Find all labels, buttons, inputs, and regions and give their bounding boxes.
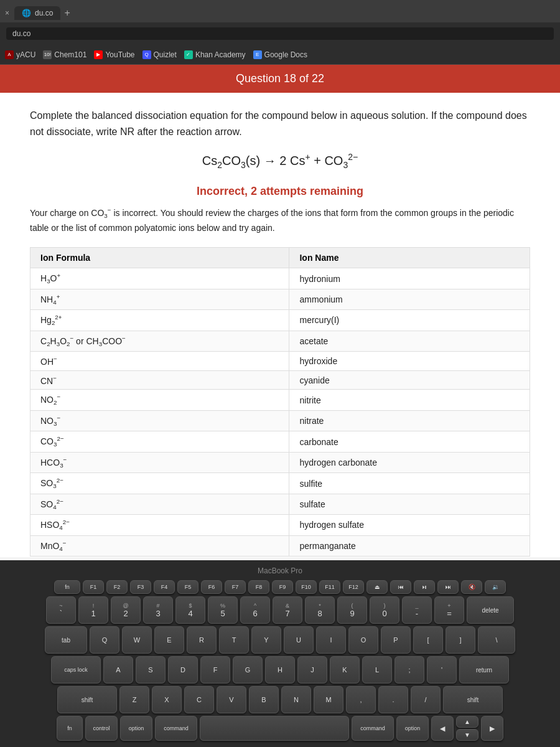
key-d[interactable]: D <box>168 656 198 684</box>
key-f8[interactable]: F8 <box>248 580 269 594</box>
key-f9[interactable]: F9 <box>272 580 293 594</box>
key-f5[interactable]: F5 <box>177 580 198 594</box>
key-a[interactable]: A <box>103 656 133 684</box>
url-input[interactable]: du.co <box>6 27 554 40</box>
key-vol-down[interactable]: 🔉 <box>485 580 506 594</box>
key-semicolon[interactable]: ; <box>394 656 424 684</box>
col-formula: Ion Formula <box>30 248 289 268</box>
key-1[interactable]: !1 <box>78 596 108 624</box>
key-f7[interactable]: F7 <box>225 580 246 594</box>
key-8[interactable]: *8 <box>305 596 335 624</box>
key-k[interactable]: K <box>330 656 360 684</box>
key-f3[interactable]: F3 <box>130 580 151 594</box>
key-arrow-down[interactable]: ▼ <box>456 729 478 741</box>
bookmark-gdocs[interactable]: E Google Docs <box>253 50 307 59</box>
key-b[interactable]: B <box>249 686 279 713</box>
key-f[interactable]: F <box>200 656 230 684</box>
key-shift-right[interactable]: shift <box>443 686 503 713</box>
key-0[interactable]: )0 <box>370 596 399 624</box>
key-backtick[interactable]: ~` <box>46 596 76 624</box>
key-tab[interactable]: tab <box>45 626 87 654</box>
key-c[interactable]: C <box>184 686 214 713</box>
name-cell: carbonate <box>289 431 530 452</box>
key-m[interactable]: M <box>314 686 343 713</box>
key-rbracket[interactable]: ] <box>446 626 475 654</box>
key-capslock[interactable]: caps lock <box>51 656 101 684</box>
key-u[interactable]: U <box>284 626 314 654</box>
key-command-left[interactable]: command <box>155 716 197 741</box>
key-arrow-right[interactable]: ▶ <box>481 716 503 741</box>
key-fn2[interactable]: fn <box>57 716 83 741</box>
key-e[interactable]: E <box>154 626 184 654</box>
key-equals[interactable]: += <box>434 596 464 624</box>
formula-cell: NO3− <box>30 410 289 431</box>
bookmark-khan[interactable]: ✓ Khan Academy <box>184 50 246 59</box>
key-5[interactable]: %5 <box>208 596 238 624</box>
key-fwd[interactable]: ⏭ <box>437 580 459 594</box>
key-quote[interactable]: ' <box>427 656 457 684</box>
key-slash[interactable]: / <box>411 686 441 713</box>
key-control[interactable]: control <box>85 716 118 741</box>
key-option-right[interactable]: option <box>396 716 429 741</box>
key-q[interactable]: Q <box>90 626 119 654</box>
key-arrow-up[interactable]: ▲ <box>456 716 478 728</box>
key-minus[interactable]: _- <box>402 596 432 624</box>
key-mute[interactable]: 🔇 <box>461 580 482 594</box>
key-f2[interactable]: F2 <box>106 580 128 594</box>
key-rwd[interactable]: ⏮ <box>390 580 411 594</box>
key-f1[interactable]: F1 <box>83 580 104 594</box>
key-comma[interactable]: , <box>346 686 376 713</box>
key-period[interactable]: . <box>378 686 408 713</box>
key-t[interactable]: T <box>219 626 249 654</box>
key-o[interactable]: O <box>348 626 378 654</box>
key-v[interactable]: V <box>217 686 246 713</box>
key-6[interactable]: ^6 <box>240 596 270 624</box>
key-shift-left[interactable]: shift <box>57 686 117 713</box>
key-lbracket[interactable]: [ <box>413 626 443 654</box>
key-option-left[interactable]: option <box>120 716 152 741</box>
key-backspace[interactable]: delete <box>467 596 514 624</box>
key-f4[interactable]: F4 <box>154 580 175 594</box>
bookmark-quizlet[interactable]: Q Quizlet <box>142 50 177 59</box>
key-l[interactable]: L <box>362 656 392 684</box>
key-p[interactable]: P <box>381 626 411 654</box>
bookmark-acu[interactable]: A yACU <box>5 50 35 59</box>
key-arrow-left[interactable]: ◀ <box>431 716 454 741</box>
feedback-body: Your charge on CO3− is incorrect. You sh… <box>30 205 530 235</box>
key-f6[interactable]: F6 <box>201 580 222 594</box>
key-3[interactable]: #3 <box>143 596 173 624</box>
bookmark-chem101[interactable]: 10! Chem101 <box>43 50 86 59</box>
key-eject[interactable]: ⏏ <box>366 580 388 594</box>
key-fn[interactable]: fn <box>54 580 80 594</box>
key-z[interactable]: Z <box>119 686 149 713</box>
address-bar: du.co <box>0 22 560 45</box>
key-f10[interactable]: F10 <box>296 580 317 594</box>
key-y[interactable]: Y <box>251 626 281 654</box>
key-h[interactable]: H <box>265 656 295 684</box>
key-g[interactable]: G <box>233 656 263 684</box>
key-x[interactable]: X <box>152 686 182 713</box>
bookmark-youtube[interactable]: ▶ YouTube <box>94 50 134 59</box>
key-i[interactable]: I <box>316 626 346 654</box>
key-f11[interactable]: F11 <box>319 580 340 594</box>
key-play[interactable]: ⏯ <box>414 580 435 594</box>
key-return[interactable]: return <box>459 656 509 684</box>
key-j[interactable]: J <box>297 656 327 684</box>
key-backslash[interactable]: \ <box>478 626 515 654</box>
key-r[interactable]: R <box>187 626 217 654</box>
key-w[interactable]: W <box>122 626 152 654</box>
key-7[interactable]: &7 <box>273 596 302 624</box>
key-f12[interactable]: F12 <box>343 580 364 594</box>
key-9[interactable]: (9 <box>337 596 367 624</box>
question-number: Question 18 of 22 <box>236 72 324 85</box>
key-4[interactable]: $4 <box>175 596 205 624</box>
tab-close[interactable]: × <box>5 9 9 17</box>
key-n[interactable]: N <box>281 686 311 713</box>
active-tab[interactable]: 🌐 du.co <box>14 6 60 20</box>
key-s[interactable]: S <box>136 656 166 684</box>
new-tab-button[interactable]: + <box>64 7 70 19</box>
key-command-right[interactable]: command <box>352 716 394 741</box>
formula-cell: CN− <box>30 370 289 390</box>
key-2[interactable]: @2 <box>111 596 141 624</box>
key-space[interactable] <box>200 716 349 741</box>
